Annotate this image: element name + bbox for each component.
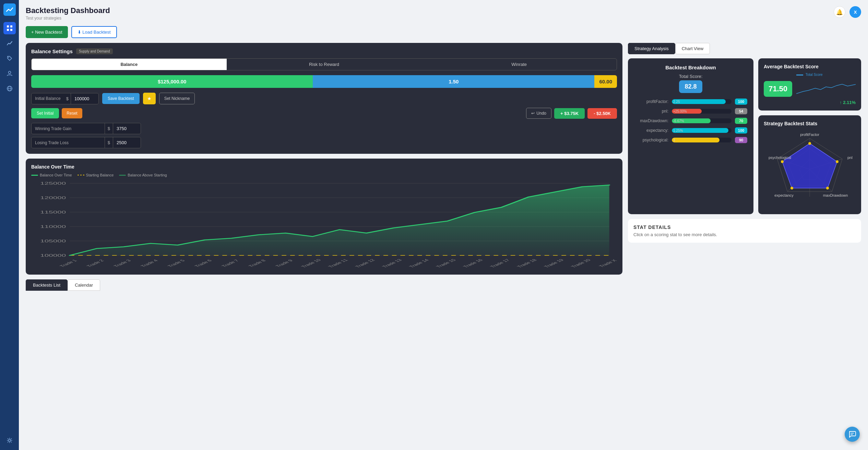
right-inner: Backtest Breakdown Total Score: 82.8 pro… [628,58,861,214]
stat-details-title: STAT DETAILS [633,224,856,230]
save-backtest-button[interactable]: Save Backtest [102,93,140,104]
svg-text:Trade 1: Trade 1 [58,259,78,268]
balance-chart-title: Balance Over Time [31,164,617,170]
losing-trade-row: Losing Trade Loss $ [31,137,141,148]
svg-text:105000: 105000 [40,239,66,243]
stat-bar-pf: 2.25 [672,99,732,104]
header-actions: 🔔 X [834,6,861,18]
chat-button[interactable] [845,427,860,442]
losing-trade-input[interactable] [113,137,141,148]
user-avatar[interactable]: X [849,6,861,18]
legend-color-starting [78,175,84,175]
svg-text:Trade 2: Trade 2 [85,259,105,268]
stat-bar-psych: 3 [672,138,732,142]
svg-text:Trade 5: Trade 5 [166,259,186,268]
sidebar-item-tags[interactable] [3,52,16,65]
stat-subval-dd: -6.67% [673,119,684,123]
sidebar [0,0,19,450]
svg-point-5 [8,71,11,74]
radar-container: profitFactor pnl maxDrawdown expectancy … [764,130,856,209]
svg-text:Trade 13: Trade 13 [381,258,403,268]
loss-button[interactable]: - $2.50K [587,108,617,119]
svg-point-55 [836,160,839,163]
svg-text:Trade 15: Trade 15 [435,258,457,268]
svg-text:Trade 12: Trade 12 [354,258,376,268]
dollar-sign: $ [64,93,71,104]
right-side-stack: Average Backtest Score 71.50 Total Score [758,58,861,214]
star-button[interactable]: ★ [143,93,156,104]
svg-point-54 [808,142,811,145]
tab-chart-view[interactable]: Chart View [675,43,710,54]
sidebar-item-analytics[interactable] [3,37,16,49]
svg-text:Trade 10: Trade 10 [300,258,322,268]
left-column: Balance Settings Supply and Demand Balan… [26,43,622,291]
balance-amount: $125,000.00 [31,75,313,88]
losing-trade-label: Losing Trade Loss [32,138,105,148]
new-backtest-button[interactable]: + New Backtest [26,26,68,38]
stat-subval-exp: 1.25% [673,129,683,132]
score-badge: 82.8 [679,80,702,93]
tab-risk-to-reward[interactable]: Risk to Reward [227,59,422,70]
stat-label-psych: psychological: [634,138,668,142]
svg-marker-23 [70,185,609,255]
tab-calendar[interactable]: Calendar [68,279,100,291]
svg-text:maxDrawdown: maxDrawdown [823,193,848,197]
winning-dollar: $ [105,123,113,134]
reset-button[interactable]: Reset [62,108,82,118]
initial-balance-input[interactable] [71,93,98,104]
set-initial-button[interactable]: Set Initial [31,108,59,118]
sidebar-item-globe[interactable] [3,82,16,95]
svg-text:psychological: psychological [769,155,791,160]
stat-subval-psych: 3 [673,138,675,142]
svg-point-9 [9,439,11,441]
svg-rect-3 [10,29,12,31]
winrate-amount: 60.00 [594,75,617,88]
tab-balance[interactable]: Balance [32,59,227,70]
sidebar-item-profile[interactable] [3,67,16,80]
breakdown-title: Backtest Breakdown [634,65,747,70]
sidebar-item-settings[interactable] [3,434,16,447]
tab-backtests-list[interactable]: Backtests List [26,279,68,291]
set-nickname-button[interactable]: Set Nickname [159,93,195,104]
svg-text:Trade 17: Trade 17 [489,258,511,268]
balance-chart-container: 125000 120000 115000 110000 105000 10000… [31,180,617,269]
app-logo [3,3,16,16]
svg-rect-1 [10,25,12,27]
chat-icon [848,430,856,438]
balance-settings-card: Balance Settings Supply and Demand Balan… [26,43,622,154]
svg-text:Trade X: Trade X [597,259,617,268]
tab-strategy-analysis[interactable]: Strategy Analysis [628,43,675,54]
page-header: Backtesting Dashboard Test your strategi… [26,6,861,21]
undo-button[interactable]: ↩ Undo [526,108,551,119]
stat-row-pnl: pnl: +25.00% 54 [634,108,747,114]
stat-row-profitfactor: profitFactor: 2.25 100 [634,99,747,105]
stat-subval-pf: 2.25 [673,100,680,104]
svg-point-56 [826,187,829,189]
sidebar-item-dashboard[interactable] [3,22,16,34]
stat-row-psych: psychological: 3 90 [634,137,747,143]
avg-score-mini-chart [796,78,856,99]
svg-text:100000: 100000 [40,254,66,257]
winning-trade-input[interactable] [113,123,141,134]
losing-dollar: $ [105,137,113,148]
bottom-tabs: Backtests List Calendar [26,279,622,291]
svg-text:Trade 16: Trade 16 [462,258,484,268]
tab-winrate[interactable]: Winrate [421,59,617,70]
notification-button[interactable]: 🔔 [834,6,845,18]
avg-score-pct: ↑ 2.11% [796,100,856,105]
legend-color-above [119,175,126,176]
avg-score-value: 71.50 [764,81,792,97]
load-backtest-button[interactable]: ⬇ Load Backtest [71,26,117,38]
stat-bar-pnl: +25.00% [672,109,732,114]
svg-text:Trade 7: Trade 7 [220,259,240,268]
card-header: Balance Settings Supply and Demand [31,48,617,54]
profit-button[interactable]: + $3.75K [554,108,585,119]
winning-trade-row: Winning Trade Gain $ [31,123,141,134]
stat-label-dd: maxDrawdown: [634,118,668,123]
initial-balance-group: Initial Balance $ [31,93,99,104]
page-subtitle: Test your strategies [26,16,110,21]
svg-rect-0 [7,25,9,27]
svg-text:120000: 120000 [40,196,66,200]
svg-text:Trade 6: Trade 6 [193,259,213,268]
stat-label-pnl: pnl: [634,109,668,114]
